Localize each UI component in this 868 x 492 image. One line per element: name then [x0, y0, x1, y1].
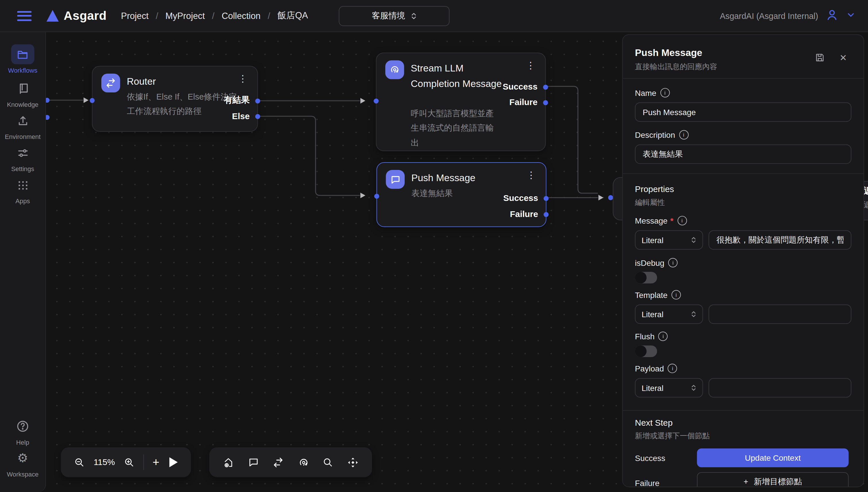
output-label: Success — [503, 193, 538, 203]
zoom-out-icon[interactable] — [74, 457, 85, 468]
llm-node-icon[interactable] — [298, 457, 309, 468]
save-icon[interactable] — [815, 52, 825, 65]
failure-row-label: Failure — [635, 479, 659, 487]
environment-selector[interactable]: 客服情境 — [339, 6, 450, 26]
node-push-message[interactable]: Push Message 表達無結果 ⋮ Success Failure — [376, 162, 546, 227]
template-type-select[interactable]: Literal — [635, 304, 703, 324]
close-icon[interactable]: ✕ — [840, 52, 847, 63]
node-router[interactable]: Router 依據If、Else If、Else條件決定工作流程執行的路徑 ⋮ … — [92, 66, 258, 131]
next-step-section-subtitle: 新增或選擇下一個節點 — [635, 431, 851, 441]
breadcrumb-separator: / — [156, 11, 158, 21]
isdebug-field-label: isDebugi — [635, 258, 678, 268]
template-value-input[interactable] — [709, 304, 852, 324]
asgard-logo-icon — [47, 10, 58, 22]
next-step-section-title: Next Step — [635, 418, 851, 428]
message-type-select[interactable]: Literal — [635, 230, 703, 249]
output-label: Failure — [510, 209, 538, 219]
info-icon[interactable]: i — [671, 290, 681, 300]
chevron-down-icon[interactable] — [846, 10, 856, 22]
environment-selector-value: 客服情境 — [372, 10, 405, 21]
book-icon — [11, 79, 34, 98]
kebab-menu-icon[interactable]: ⋮ — [238, 73, 247, 85]
run-play-icon[interactable] — [168, 457, 178, 467]
chevron-updown-icon — [691, 311, 696, 318]
node-title: Push Message — [411, 170, 509, 186]
node-stream-llm[interactable]: Stream LLM Completion Message 呼叫大型語言模型並產… — [376, 52, 546, 151]
output-handle[interactable] — [255, 114, 260, 119]
add-target-node-button[interactable]: + 新增目標節點 — [697, 472, 848, 487]
output-label: Else — [232, 112, 250, 121]
hamburger-menu-icon[interactable] — [17, 11, 31, 21]
update-context-button[interactable]: Update Context — [697, 448, 848, 467]
node-title: Stream LLM Completion Message — [411, 60, 502, 91]
description-input[interactable] — [635, 144, 851, 164]
search-icon[interactable] — [323, 457, 333, 468]
info-icon[interactable]: i — [660, 88, 670, 98]
breadcrumb-project[interactable]: Project — [121, 11, 149, 21]
info-icon[interactable]: i — [668, 258, 678, 268]
breadcrumb-myproject[interactable]: MyProject — [165, 11, 205, 21]
info-icon[interactable]: i — [677, 216, 687, 225]
breadcrumb-collection[interactable]: Collection — [222, 11, 261, 21]
folder-icon — [11, 44, 34, 64]
add-home-node-icon[interactable] — [223, 457, 234, 468]
info-icon[interactable]: i — [659, 331, 668, 341]
output-handle[interactable] — [255, 98, 260, 103]
sidebar-item-knowledge[interactable]: Knowledge — [0, 79, 45, 108]
sidebar-item-label: Settings — [11, 166, 34, 172]
sidebar-item-apps[interactable]: Apps — [0, 175, 45, 204]
sidebar-item-help[interactable]: Help — [0, 416, 45, 445]
sidebar-item-settings[interactable]: Settings — [0, 143, 45, 172]
input-handle[interactable] — [374, 194, 379, 199]
description-field-label: Descriptioni — [635, 130, 688, 140]
workflow-editor-app: Router 依據If、Else If、Else條件決定工作流程執行的路徑 ⋮ … — [0, 0, 868, 492]
zoom-level: 115% — [94, 457, 115, 467]
router-node-icon[interactable] — [272, 457, 284, 468]
name-input[interactable] — [635, 102, 851, 122]
chat-bubble-icon — [386, 170, 405, 189]
message-value-input[interactable] — [709, 230, 852, 249]
zoom-in-icon[interactable] — [124, 457, 134, 468]
flush-field-label: Flushi — [635, 331, 668, 341]
stream-llm-icon — [385, 60, 404, 79]
sidebar-item-label: Workflows — [8, 67, 37, 73]
info-icon[interactable]: i — [668, 364, 677, 373]
payload-value-input[interactable] — [709, 378, 852, 397]
chevron-updown-icon — [691, 384, 696, 391]
gear-icon: ⚙ — [11, 448, 34, 468]
sidebar-item-workspace[interactable]: ⚙ Workspace — [0, 448, 45, 478]
help-icon — [11, 416, 34, 436]
info-icon[interactable]: i — [679, 130, 688, 140]
user-icon[interactable] — [825, 8, 838, 24]
output-handle[interactable] — [543, 85, 548, 90]
input-handle[interactable] — [374, 98, 379, 103]
fit-view-icon[interactable] — [347, 457, 358, 468]
node-description: 返 — [864, 200, 868, 211]
properties-section-title: Properties — [635, 184, 851, 194]
output-handle[interactable] — [544, 212, 548, 217]
kebab-menu-icon[interactable]: ⋮ — [526, 169, 536, 181]
breadcrumb-workflow[interactable]: 飯店QA — [278, 10, 308, 22]
node-config-panel: Push Message 直接輸出訊息的回應內容 ✕ Namei Descrip… — [622, 34, 864, 487]
output-handle[interactable] — [543, 100, 548, 105]
toolbar-divider — [143, 454, 144, 470]
kebab-menu-icon[interactable]: ⋮ — [526, 60, 535, 71]
node-title: 返 — [864, 186, 868, 197]
breadcrumb-separator: / — [268, 11, 270, 21]
isdebug-toggle[interactable] — [635, 272, 657, 284]
sidebar-item-environment[interactable]: Environment — [0, 111, 45, 140]
output-label: Success — [503, 82, 537, 92]
sidebar-item-workflows[interactable]: Workflows — [0, 44, 45, 73]
output-handle[interactable] — [544, 196, 548, 201]
add-icon[interactable]: + — [153, 456, 159, 469]
flush-toggle[interactable] — [635, 345, 657, 357]
select-value: Literal — [642, 236, 663, 245]
payload-type-select[interactable]: Literal — [635, 378, 703, 397]
message-node-icon[interactable] — [248, 457, 259, 468]
breadcrumb-separator: / — [212, 11, 215, 21]
input-handle[interactable] — [90, 98, 94, 103]
sidebar: Workflows Knowledge Environment Settings… — [0, 31, 46, 492]
template-field-label: Templatei — [635, 290, 681, 300]
node-description: 呼叫大型語言模型並產生串流式的自然語言輸出 — [411, 106, 497, 150]
account-name: AsgardAI (Asgard Internal) — [720, 11, 818, 21]
